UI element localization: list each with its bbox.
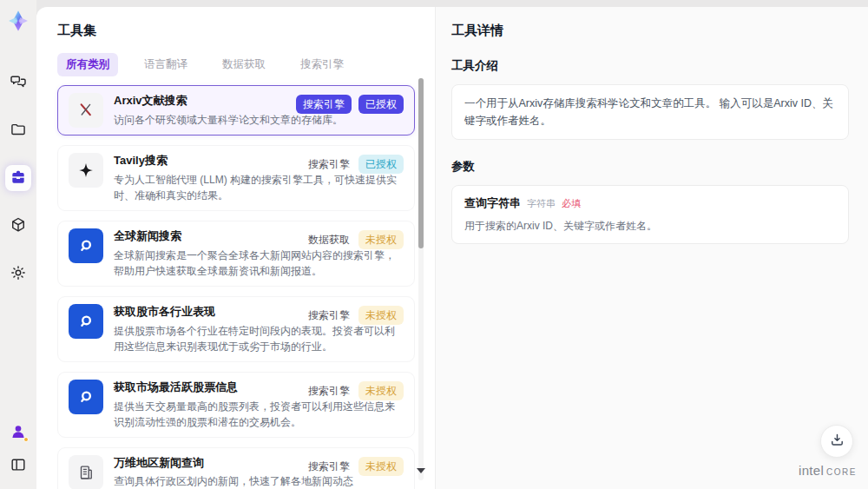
badge-group: 搜索引擎已授权	[296, 95, 404, 114]
auth-status-badge: 已授权	[358, 155, 404, 174]
tool-intro-text: 一个用于从Arxiv存储库搜索科学论文和文章的工具。 输入可以是Arxiv ID…	[451, 84, 849, 140]
sidebar-collapse-button[interactable]	[7, 454, 30, 477]
auth-status-badge: 已授权	[358, 95, 404, 114]
download-button[interactable]	[820, 425, 853, 458]
chat-icon	[10, 73, 27, 93]
tool-card[interactable]: 全球新闻搜索全球新闻搜索是一个聚合全球各大新闻网站内容的搜索引擎，帮助用户快速获…	[57, 221, 415, 287]
param-card: 查询字符串 字符串 必填 用于搜索的Arxiv ID、关键字或作者姓名。	[451, 185, 849, 244]
sidebar-item-files[interactable]	[5, 117, 31, 143]
toolbox-icon	[10, 169, 27, 188]
tavily-icon	[69, 153, 103, 188]
tools-panel: 工具集 所有类别语言翻译数据获取搜索引擎 Arxiv文献搜索访问各个研究领域大量…	[36, 7, 436, 489]
badge-group: 搜索引擎未授权	[306, 457, 404, 476]
page-title: 工具集	[57, 23, 414, 39]
tool-card[interactable]: 获取市场最活跃股票信息提供当天交易量最高的股票列表，投资者可以利用这些信息来识别…	[57, 372, 415, 438]
arxiv-icon	[69, 93, 103, 128]
scrollbar-thumb[interactable]	[418, 78, 424, 248]
badge-group: 数据获取未授权	[306, 230, 404, 249]
tool-description: 访问各个研究领域大量科学论文和文章的存储库。	[114, 112, 404, 128]
main-content: 工具集 所有类别语言翻译数据获取搜索引擎 Arxiv文献搜索访问各个研究领域大量…	[36, 7, 868, 489]
tool-list: Arxiv文献搜索访问各个研究领域大量科学论文和文章的存储库。搜索引擎已授权Ta…	[57, 85, 415, 489]
category-tabs: 所有类别语言翻译数据获取搜索引擎	[57, 53, 414, 76]
searchblue-icon	[69, 304, 103, 339]
sidebar-nav	[5, 69, 31, 287]
param-type: 字符串	[527, 197, 556, 210]
news-icon	[69, 455, 103, 489]
app-window: 工具集 所有类别语言翻译数据获取搜索引擎 Arxiv文献搜索访问各个研究领域大量…	[0, 0, 868, 489]
auth-status-badge: 未授权	[358, 230, 404, 249]
auth-status-badge: 未授权	[358, 457, 404, 476]
sidebar-item-chat[interactable]	[5, 69, 31, 96]
category-badge: 搜索引擎	[306, 457, 352, 476]
sidebar	[0, 0, 36, 489]
category-badge: 数据获取	[306, 230, 352, 249]
tab-category-0[interactable]: 所有类别	[57, 53, 118, 76]
package-icon	[10, 216, 27, 236]
detail-title: 工具详情	[451, 23, 849, 39]
status-dot	[23, 437, 29, 442]
sidebar-item-tools[interactable]	[5, 165, 31, 191]
auth-status-badge: 未授权	[358, 381, 404, 400]
sidebar-item-packages[interactable]	[5, 213, 31, 239]
detail-panel: 工具详情 工具介绍 一个用于从Arxiv存储库搜索科学论文和文章的工具。 输入可…	[436, 7, 868, 489]
category-badge: 搜索引擎	[306, 155, 352, 174]
searchblue-icon	[69, 228, 103, 263]
intro-heading: 工具介绍	[451, 58, 849, 74]
tool-description: 全球新闻搜索是一个聚合全球各大新闻网站内容的搜索引擎，帮助用户快速获取全球最新资…	[114, 248, 404, 279]
sidebar-item-settings[interactable]	[5, 261, 31, 287]
tool-description: 查询具体行政区划内的新闻，快速了解各地新闻动态	[114, 473, 404, 489]
auth-status-badge: 未授权	[358, 306, 404, 325]
params-heading: 参数	[451, 159, 849, 175]
badge-group: 搜索引擎未授权	[306, 306, 404, 325]
sidebar-bottom	[7, 421, 30, 477]
tab-category-1[interactable]: 语言翻译	[135, 53, 196, 76]
category-badge: 搜索引擎	[306, 306, 352, 325]
param-name: 查询字符串	[464, 195, 521, 211]
param-required-flag: 必填	[562, 197, 581, 210]
tool-description: 提供股票市场各个行业在特定时间段内的表现。投资者可以利用这些信息来识别表现优于或…	[114, 323, 404, 354]
panel-toggle-icon	[10, 456, 27, 476]
param-description: 用于搜索的Arxiv ID、关键字或作者姓名。	[464, 219, 836, 234]
tool-card[interactable]: Arxiv文献搜索访问各个研究领域大量科学论文和文章的存储库。搜索引擎已授权	[57, 85, 415, 135]
settings-icon	[10, 264, 27, 284]
scrollbar[interactable]	[418, 78, 424, 480]
tab-category-3[interactable]: 搜索引擎	[292, 53, 352, 76]
tool-card[interactable]: Tavily搜索专为人工智能代理 (LLM) 构建的搜索引擎工具，可快速提供实时…	[57, 145, 415, 211]
tool-card[interactable]: 获取股市各行业表现提供股票市场各个行业在特定时间段内的表现。投资者可以利用这些信…	[57, 296, 415, 362]
badge-group: 搜索引擎已授权	[306, 155, 404, 174]
user-icon	[8, 422, 29, 443]
tool-description: 专为人工智能代理 (LLM) 构建的搜索引擎工具，可快速提供实时、准确和真实的结…	[114, 172, 404, 203]
category-badge: 搜索引擎	[296, 95, 352, 114]
badge-group: 搜索引擎未授权	[306, 381, 404, 400]
searchblue-icon	[69, 380, 103, 414]
scroll-down-icon[interactable]	[417, 468, 425, 473]
param-header: 查询字符串 字符串 必填	[464, 195, 836, 211]
category-badge: 搜索引擎	[306, 381, 352, 400]
tab-category-2[interactable]: 数据获取	[214, 53, 274, 76]
sidebar-item-account[interactable]	[7, 421, 30, 444]
tool-card[interactable]: 万维地区新闻查询查询具体行政区划内的新闻，快速了解各地新闻动态搜索引擎未授权	[57, 447, 415, 489]
tool-description: 提供当天交易量最高的股票列表，投资者可以利用这些信息来识别流动性强的股票和潜在的…	[114, 399, 404, 430]
intel-core-logo: intel CORE	[799, 463, 857, 478]
download-icon	[829, 432, 845, 451]
folder-icon	[10, 121, 27, 141]
app-logo-icon	[6, 9, 30, 33]
